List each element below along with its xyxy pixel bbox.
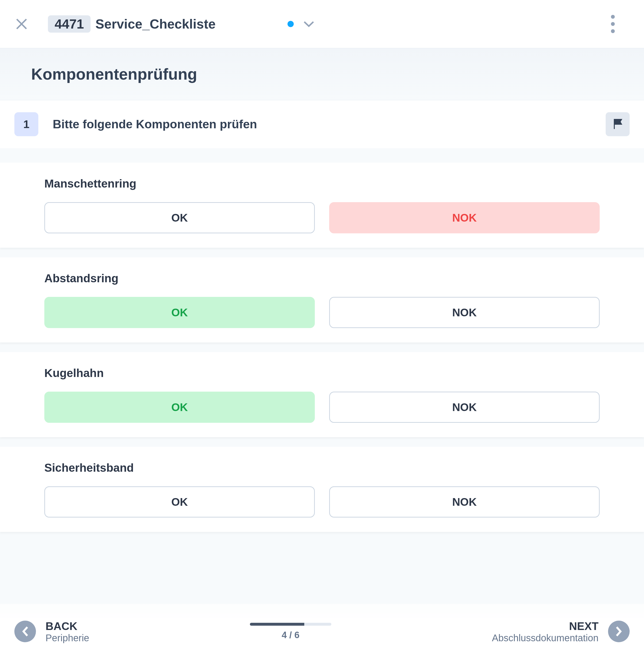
check-item: Abstandsring OK NOK [0,257,644,343]
progress-label: 4 / 6 [282,630,299,640]
more-menu-button[interactable] [606,15,620,33]
page-title: Service_Checkliste [95,16,215,32]
flag-button[interactable] [606,112,630,136]
next-subtitle: Abschlussdokumentation [492,633,598,643]
close-button[interactable] [14,17,29,31]
check-item-buttons: OK NOK [44,202,600,233]
dropdown-toggle[interactable] [303,20,314,27]
check-item-label: Kugelhahn [44,367,600,380]
nok-button[interactable]: NOK [329,392,600,423]
next-button[interactable] [608,621,630,642]
progress-fill [250,623,304,626]
back-label: BACK [46,620,89,633]
items-list: Manschettenring OK NOK Abstandsring OK N… [0,148,644,618]
section-header: Komponentenprüfung [0,48,644,100]
back-button[interactable] [14,621,36,642]
check-item-label: Sicherheitsband [44,461,600,474]
page-progress: 4 / 6 [250,623,331,640]
ok-button[interactable]: OK [44,486,315,518]
check-item-buttons: OK NOK [44,486,600,518]
check-item-label: Manschettenring [44,177,600,190]
next-label-block[interactable]: NEXT Abschlussdokumentation [492,620,598,643]
check-item: Manschettenring OK NOK [0,162,644,248]
dot-icon [611,29,615,33]
chevron-down-icon [303,20,314,27]
progress-bar [250,623,331,626]
close-icon [16,18,27,30]
chevron-right-icon [615,626,623,637]
check-item-label: Abstandsring [44,272,600,285]
status-dot-icon [288,21,294,27]
check-item: Sicherheitsband OK NOK [0,447,644,532]
flag-icon [612,118,623,130]
check-item-buttons: OK NOK [44,297,600,328]
top-bar: 4471 Service_Checkliste [0,0,644,48]
ok-button[interactable]: OK [44,297,315,328]
nok-button[interactable]: NOK [329,486,600,518]
id-badge: 4471 [48,15,91,32]
nok-button[interactable]: NOK [329,297,600,328]
step-instruction: Bitte folgende Komponenten prüfen [53,117,257,131]
check-item: Kugelhahn OK NOK [0,352,644,437]
chevron-left-icon [21,626,29,637]
section-title: Komponentenprüfung [31,65,613,83]
bottom-nav: BACK Peripherie 4 / 6 NEXT Abschlussdoku… [0,604,644,659]
ok-button[interactable]: OK [44,392,315,423]
next-label: NEXT [492,620,598,633]
dot-icon [611,15,615,19]
back-subtitle: Peripherie [46,633,89,643]
nok-button[interactable]: NOK [329,202,600,233]
back-label-block[interactable]: BACK Peripherie [46,620,89,643]
step-row: 1 Bitte folgende Komponenten prüfen [0,100,644,148]
step-number-badge: 1 [14,112,38,136]
dot-icon [611,22,615,26]
check-item-buttons: OK NOK [44,392,600,423]
ok-button[interactable]: OK [44,202,315,233]
